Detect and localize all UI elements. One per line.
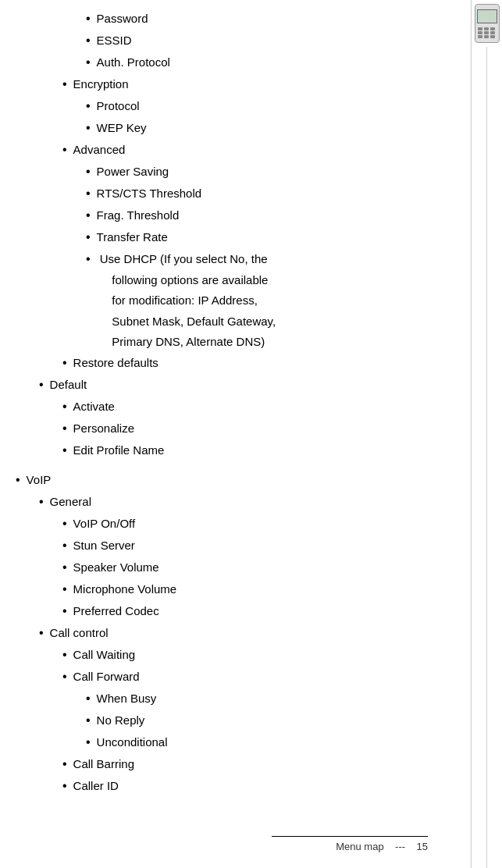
page-container: Password ESSID Auth. Protocol Encryption… (0, 0, 502, 868)
right-sidebar (471, 0, 502, 868)
phone-btn (478, 35, 482, 38)
list-item: Password (16, 8, 455, 30)
content-area: Password ESSID Auth. Protocol Encryption… (0, 0, 471, 868)
top-list: Password ESSID Auth. Protocol Encryption… (16, 8, 455, 461)
advanced-item: Advanced (16, 139, 455, 161)
phone-btn (490, 31, 495, 34)
menu-map-label: Menu map (336, 841, 383, 852)
footer-divider (272, 836, 428, 837)
edit-profile-name-item: Edit Profile Name (16, 439, 455, 461)
list-item: RTS/CTS Threshold (16, 183, 455, 205)
list-item: Speaker Volume (16, 557, 455, 578)
list-item: Auth. Protocol (16, 52, 455, 73)
general-item: General (16, 491, 455, 513)
voip-item: VoIP (16, 469, 455, 491)
phone-btn (490, 27, 495, 30)
phone-btn (478, 27, 482, 30)
no-reply-item: No Reply (16, 710, 455, 731)
list-item: Transfer Rate (16, 226, 455, 248)
footer-separator: --- (395, 841, 405, 852)
list-item: Frag. Threshold (16, 205, 455, 226)
phone-screen (477, 9, 497, 23)
list-item: Protocol (16, 95, 455, 117)
footer-text: Menu map --- 15 (272, 841, 428, 852)
list-item: When Busy (16, 688, 455, 710)
phone-buttons (478, 27, 497, 38)
list-item: Unconditional (16, 731, 455, 753)
call-waiting-item: Call Waiting (16, 644, 455, 666)
list-item: WEP Key (16, 117, 455, 139)
caller-id-item: Caller ID (16, 775, 455, 797)
phone-btn (478, 31, 482, 34)
spacer (16, 461, 455, 469)
list-item: Personalize (16, 418, 455, 439)
list-item: ESSID (16, 30, 455, 52)
default-item: Default (16, 374, 455, 396)
list-item: Preferred Codec (16, 600, 455, 622)
list-item: VoIP On/Off (16, 513, 455, 535)
phone-btn (490, 35, 495, 38)
list-item: Activate (16, 396, 455, 418)
phone-btn (484, 27, 489, 30)
list-item: Use DHCP (If you select No, the followin… (16, 248, 455, 352)
list-item: Stun Server (16, 535, 455, 557)
call-barring-item: Call Barring (16, 753, 455, 775)
power-saving-item: Power Saving (16, 161, 455, 183)
voip-list: VoIP General VoIP On/Off Stun Server Spe… (16, 469, 455, 797)
microphone-volume-item: Microphone Volume (16, 578, 455, 600)
phone-btn (484, 35, 489, 38)
page-number: 15 (417, 841, 428, 852)
call-control-item: Call control (16, 622, 455, 644)
call-forward-item: Call Forward (16, 666, 455, 688)
phone-icon (475, 4, 500, 43)
footer: Menu map --- 15 (272, 836, 428, 852)
restore-defaults-item: Restore defaults (16, 352, 455, 374)
encryption-item: Encryption (16, 73, 455, 95)
phone-btn (484, 31, 489, 34)
sidebar-line (486, 47, 487, 868)
